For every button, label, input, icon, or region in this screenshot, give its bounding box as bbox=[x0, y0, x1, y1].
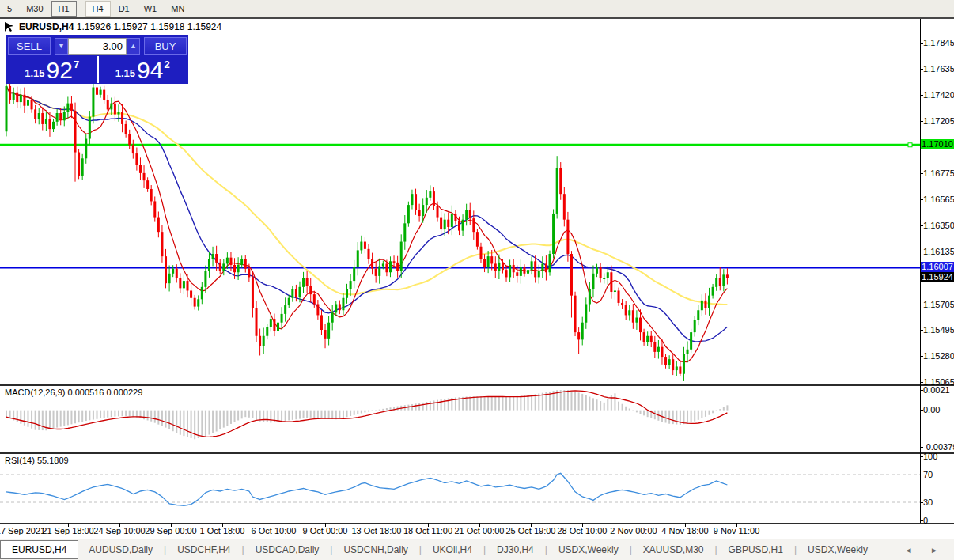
macd-bar bbox=[524, 395, 525, 411]
macd-bar bbox=[310, 411, 312, 418]
volume-input[interactable] bbox=[68, 38, 127, 55]
macd-bar bbox=[248, 411, 250, 418]
date-label: 2 Nov 00:00 bbox=[610, 526, 657, 535]
candle bbox=[483, 259, 486, 267]
candle bbox=[600, 267, 602, 278]
price-label: 1.16775 bbox=[923, 168, 954, 178]
macd-bar bbox=[31, 411, 32, 429]
macd-bar bbox=[607, 399, 608, 411]
date-label: 18 Oct 11:00 bbox=[403, 526, 452, 535]
candle bbox=[78, 153, 80, 176]
candle bbox=[316, 304, 319, 315]
chart-tab-usdcnh-daily[interactable]: USDCNH,Daily bbox=[333, 541, 418, 558]
timeframe-button-mn[interactable]: MN bbox=[165, 1, 191, 17]
macd-bar bbox=[143, 411, 145, 420]
macd-bar bbox=[205, 411, 206, 437]
sell-price[interactable]: 1.15 92 7 bbox=[8, 56, 97, 83]
macd-bar bbox=[306, 411, 308, 418]
macd-bar bbox=[183, 411, 184, 437]
candle bbox=[393, 261, 396, 263]
macd-bar bbox=[194, 411, 195, 440]
macd-bar bbox=[104, 411, 105, 418]
timeframe-toolbar: 5M30H1H4D1W1MN bbox=[0, 0, 954, 17]
candle bbox=[335, 304, 337, 312]
candle bbox=[498, 263, 500, 271]
candle bbox=[128, 134, 131, 145]
macd-bar bbox=[114, 411, 115, 417]
buy-button[interactable]: BUY bbox=[144, 37, 187, 55]
chart-tab-usdchf-h4[interactable]: USDCHF,H4 bbox=[167, 541, 240, 558]
candle bbox=[570, 254, 573, 296]
macd-bar bbox=[498, 397, 500, 411]
price-label: 1.16350 bbox=[923, 221, 954, 230]
macd-bar bbox=[570, 391, 572, 411]
candle bbox=[339, 304, 341, 310]
one-click-trade-panel: SELL ▼ ▲ BUY 1.15 92 7 1.15 94 2 bbox=[6, 35, 188, 84]
macd-bar bbox=[187, 411, 188, 437]
date-label: 9 Oct 00:00 bbox=[303, 526, 348, 535]
candle bbox=[263, 336, 265, 346]
candle bbox=[653, 342, 656, 351]
candle bbox=[103, 90, 105, 100]
chart-title: EURUSD,H4 1.15926 1.15927 1.15918 1.1592… bbox=[19, 21, 221, 32]
candle bbox=[346, 289, 348, 298]
price-label: 1.16565 bbox=[923, 195, 954, 204]
volume-down-button[interactable]: ▼ bbox=[55, 38, 68, 55]
candle bbox=[574, 296, 577, 332]
macd-bar bbox=[687, 411, 688, 424]
candle bbox=[9, 86, 11, 100]
candle bbox=[100, 90, 102, 95]
chart-tab-audusd-daily[interactable]: AUDUSD,Daily bbox=[78, 541, 163, 558]
rsi-indicator[interactable] bbox=[0, 454, 920, 522]
candle bbox=[614, 290, 616, 292]
chart-tab-ukoil-h4[interactable]: UKOil,H4 bbox=[422, 541, 483, 558]
macd-bar bbox=[53, 411, 55, 429]
candle bbox=[161, 232, 163, 256]
chart-tab-usdcad-daily[interactable]: USDCAD,Daily bbox=[245, 541, 330, 558]
candle bbox=[444, 220, 446, 229]
macd-bar bbox=[180, 411, 181, 435]
chart-tab-eurusd-h4[interactable]: EURUSD,H4 bbox=[0, 540, 78, 559]
chart-tab-usdx-weekly[interactable]: USDX,Weekly bbox=[548, 541, 629, 558]
volume-up-button[interactable]: ▲ bbox=[127, 38, 140, 55]
candle bbox=[208, 259, 210, 271]
macd-bar bbox=[578, 392, 580, 410]
candle bbox=[523, 267, 525, 274]
candle bbox=[117, 112, 119, 114]
timeframe-button-h1[interactable]: H1 bbox=[51, 1, 77, 17]
axis-tick bbox=[920, 356, 923, 357]
macd-bar bbox=[647, 411, 649, 418]
candle bbox=[646, 336, 649, 342]
candle bbox=[494, 263, 497, 271]
macd-bar bbox=[415, 403, 417, 410]
tab-scroll-arrows[interactable]: ◄ ► bbox=[904, 546, 946, 554]
timeframe-button-w1[interactable]: W1 bbox=[138, 1, 164, 17]
timeframe-button-5[interactable]: 5 bbox=[1, 1, 18, 17]
macd-bar bbox=[528, 395, 529, 411]
macd-bar bbox=[241, 411, 243, 419]
candle bbox=[153, 201, 156, 217]
candle bbox=[632, 310, 634, 322]
candle bbox=[81, 158, 84, 176]
candle bbox=[277, 323, 279, 331]
price-label: 1.17205 bbox=[923, 116, 954, 126]
date-axis[interactable]: 17 Sep 202121 Sep 18:0024 Sep 10:0029 Se… bbox=[0, 524, 920, 538]
candle bbox=[454, 214, 456, 221]
timeframe-button-d1[interactable]: D1 bbox=[112, 1, 136, 17]
sell-button[interactable]: SELL bbox=[8, 37, 51, 55]
chart-tab-gbpusd-h1[interactable]: GBPUSD,H1 bbox=[718, 541, 793, 558]
candle bbox=[252, 277, 254, 308]
chart-tab-dj30-h4[interactable]: DJ30,H4 bbox=[486, 541, 544, 558]
candle bbox=[248, 269, 250, 278]
axis-tick bbox=[920, 382, 923, 383]
timeframe-button-h4[interactable]: H4 bbox=[85, 1, 111, 17]
chart-tab-usdx-weekly[interactable]: USDX,Weekly bbox=[797, 541, 878, 558]
candle bbox=[664, 357, 667, 365]
macd-bar bbox=[441, 399, 442, 411]
buy-price[interactable]: 1.15 94 2 bbox=[99, 56, 187, 83]
chart-tab-xauusd-m30[interactable]: XAUUSD,M30 bbox=[633, 541, 714, 558]
macd-bar bbox=[147, 411, 149, 421]
macd-bar bbox=[24, 411, 25, 426]
price-label: 1.15705 bbox=[923, 300, 954, 309]
timeframe-button-m30[interactable]: M30 bbox=[20, 1, 49, 17]
